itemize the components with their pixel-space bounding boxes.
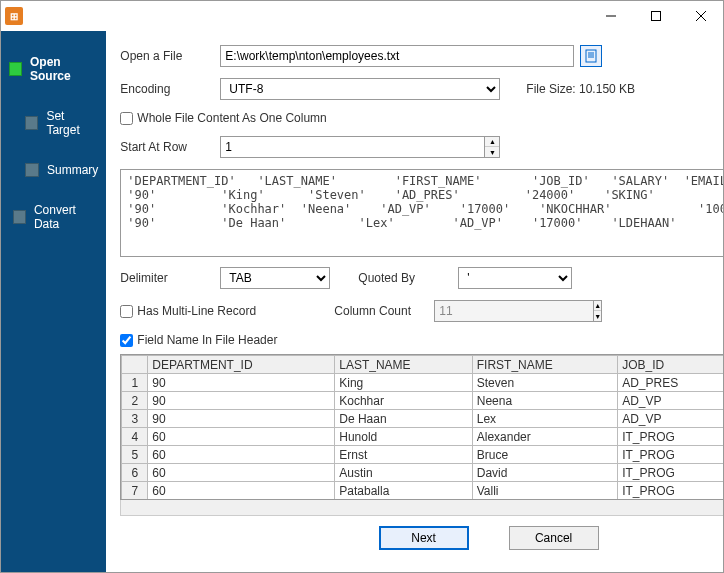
- delimiter-select[interactable]: TAB: [220, 267, 330, 289]
- cell[interactable]: IT_PROG: [618, 464, 724, 482]
- cell[interactable]: Alexander: [472, 428, 617, 446]
- step-label: Open Source: [30, 55, 98, 83]
- cell[interactable]: Kochhar: [335, 392, 472, 410]
- cell[interactable]: Valli: [472, 482, 617, 500]
- cell[interactable]: IT_PROG: [618, 482, 724, 500]
- close-button[interactable]: [678, 1, 723, 31]
- cell[interactable]: Steven: [472, 374, 617, 392]
- maximize-button[interactable]: [633, 1, 678, 31]
- whole-file-label: Whole File Content As One Column: [137, 111, 326, 125]
- column-header[interactable]: DEPARTMENT_ID: [148, 356, 335, 374]
- step-label: Set Target: [46, 109, 98, 137]
- cell[interactable]: Hunold: [335, 428, 472, 446]
- step-set-target[interactable]: Set Target: [1, 103, 106, 143]
- cell[interactable]: Ernst: [335, 446, 472, 464]
- row-number: 6: [122, 464, 148, 482]
- column-header[interactable]: FIRST_NAME: [472, 356, 617, 374]
- cell[interactable]: 60: [148, 464, 335, 482]
- row-number: 1: [122, 374, 148, 392]
- row-number: 7: [122, 482, 148, 500]
- table-row[interactable]: 390De HaanLexAD_VP17000L: [122, 410, 724, 428]
- quoted-by-label: Quoted By: [358, 271, 458, 285]
- step-convert-data[interactable]: Convert Data: [1, 197, 106, 237]
- column-header[interactable]: LAST_NAME: [335, 356, 472, 374]
- multiline-label: Has Multi-Line Record: [137, 304, 256, 318]
- svg-rect-1: [651, 12, 660, 21]
- row-number: 4: [122, 428, 148, 446]
- cell[interactable]: 60: [148, 428, 335, 446]
- cell[interactable]: David: [472, 464, 617, 482]
- cell[interactable]: IT_PROG: [618, 446, 724, 464]
- cell[interactable]: Austin: [335, 464, 472, 482]
- cell[interactable]: King: [335, 374, 472, 392]
- cell[interactable]: AD_VP: [618, 410, 724, 428]
- step-summary[interactable]: Summary: [1, 157, 106, 183]
- column-header[interactable]: JOB_ID: [618, 356, 724, 374]
- step-label: Convert Data: [34, 203, 98, 231]
- cell[interactable]: Neena: [472, 392, 617, 410]
- raw-preview[interactable]: 'DEPARTMENT_ID' 'LAST_NAME' 'FIRST_NAME'…: [120, 169, 724, 257]
- table-row[interactable]: 290KochharNeenaAD_VP17000N: [122, 392, 724, 410]
- cell[interactable]: AD_VP: [618, 392, 724, 410]
- row-number: 3: [122, 410, 148, 428]
- colcount-up[interactable]: ▲: [594, 301, 601, 311]
- rownum-header: [122, 356, 148, 374]
- grid-hscroll[interactable]: [120, 500, 724, 516]
- whole-file-checkbox[interactable]: Whole File Content As One Column: [120, 111, 326, 125]
- start-row-input[interactable]: [220, 136, 484, 158]
- column-count-input: [434, 300, 593, 322]
- encoding-select[interactable]: UTF-8: [220, 78, 500, 100]
- delimiter-label: Delimiter: [120, 271, 220, 285]
- table-row[interactable]: 460HunoldAlexanderIT_PROG9000A: [122, 428, 724, 446]
- cell[interactable]: 60: [148, 446, 335, 464]
- wizard-sidebar: Open Source Set Target Summary Convert D…: [1, 31, 106, 572]
- encoding-label: Encoding: [120, 82, 220, 96]
- cell[interactable]: 90: [148, 392, 335, 410]
- cancel-button[interactable]: Cancel: [509, 526, 599, 550]
- column-count-label: Column Count: [334, 304, 434, 318]
- step-open-source[interactable]: Open Source: [1, 49, 106, 89]
- multiline-checkbox[interactable]: Has Multi-Line Record: [120, 304, 334, 318]
- field-name-header-checkbox[interactable]: Field Name In File Header: [120, 333, 277, 347]
- titlebar: ⊞: [1, 1, 723, 31]
- open-file-label: Open a File: [120, 49, 220, 63]
- quoted-by-select[interactable]: ': [458, 267, 572, 289]
- cell[interactable]: AD_PRES: [618, 374, 724, 392]
- table-row[interactable]: 190KingStevenAD_PRES24000S: [122, 374, 724, 392]
- cell[interactable]: 90: [148, 374, 335, 392]
- row-number: 2: [122, 392, 148, 410]
- browse-file-button[interactable]: [580, 45, 602, 67]
- cell[interactable]: 90: [148, 410, 335, 428]
- table-row[interactable]: 760PataballaValliIT_PROG4800V: [122, 482, 724, 500]
- svg-rect-4: [586, 50, 596, 62]
- cell[interactable]: Bruce: [472, 446, 617, 464]
- data-grid[interactable]: DEPARTMENT_IDLAST_NAMEFIRST_NAMEJOB_IDSA…: [120, 354, 724, 500]
- cell[interactable]: IT_PROG: [618, 428, 724, 446]
- table-row[interactable]: 660AustinDavidIT_PROG4800D: [122, 464, 724, 482]
- cell[interactable]: 60: [148, 482, 335, 500]
- cell[interactable]: De Haan: [335, 410, 472, 428]
- minimize-button[interactable]: [588, 1, 633, 31]
- start-row-label: Start At Row: [120, 140, 220, 154]
- cell[interactable]: Lex: [472, 410, 617, 428]
- colcount-down[interactable]: ▼: [594, 311, 601, 321]
- field-name-header-label: Field Name In File Header: [137, 333, 277, 347]
- row-number: 5: [122, 446, 148, 464]
- start-row-up[interactable]: ▲: [485, 137, 499, 147]
- start-row-down[interactable]: ▼: [485, 147, 499, 157]
- next-button[interactable]: Next: [379, 526, 469, 550]
- file-size-label: File Size: 10.150 KB: [526, 82, 635, 96]
- app-icon: ⊞: [5, 7, 23, 25]
- cell[interactable]: Pataballa: [335, 482, 472, 500]
- document-icon: [584, 49, 598, 63]
- file-path-input[interactable]: [220, 45, 574, 67]
- step-label: Summary: [47, 163, 98, 177]
- table-row[interactable]: 560ErnstBruceIT_PROG6000B: [122, 446, 724, 464]
